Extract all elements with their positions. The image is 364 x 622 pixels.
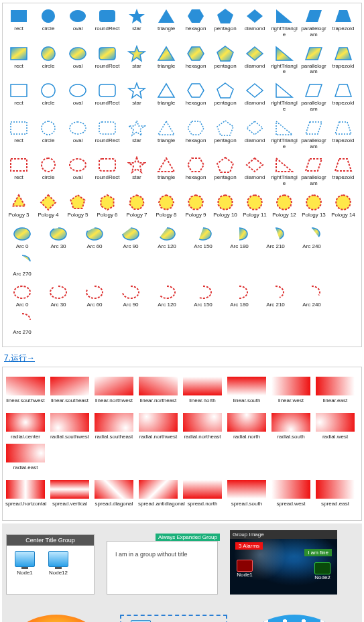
shape-cell[interactable]: Pology 10	[212, 194, 239, 219]
gradient-swatch[interactable]: radial.northeast	[182, 413, 223, 440]
shape-cell[interactable]: rightTriangle	[271, 119, 298, 150]
shape-cell[interactable]: Arc 180	[223, 284, 256, 308]
shape-cell[interactable]: hexagon	[182, 119, 209, 150]
shape-cell[interactable]: Arc 180	[223, 225, 256, 250]
shape-cell[interactable]: circle	[35, 156, 62, 187]
gradient-swatch[interactable]: radial.northwest	[138, 413, 178, 440]
shape-cell[interactable]: Arc 120	[150, 225, 184, 250]
shape-cell[interactable]: triangle	[153, 156, 180, 187]
shape-cell[interactable]: star	[123, 82, 150, 113]
gradient-swatch[interactable]: linear.south	[227, 377, 267, 403]
shape-cell[interactable]: pentagon	[212, 156, 239, 187]
shape-cell[interactable]: hexagon	[182, 45, 209, 76]
gradient-swatch[interactable]: spread.west	[271, 480, 311, 507]
shape-cell[interactable]: Pology 9	[182, 194, 209, 219]
center-title-group[interactable]: Center Title Group Node1 Node12	[6, 534, 95, 595]
image-group[interactable]: Group Image 3 Alarms I am fine Node1 Nod…	[230, 530, 337, 595]
shape-cell[interactable]: star	[123, 119, 150, 150]
gradient-swatch[interactable]: linear.southwest	[5, 377, 46, 403]
gradient-swatch[interactable]: spread.south	[227, 480, 267, 507]
shape-cell[interactable]: Pology 6	[94, 194, 121, 219]
shape-cell[interactable]: rect	[5, 119, 32, 150]
shape-cell[interactable]: rightTriangle	[271, 156, 298, 187]
shape-cell[interactable]: roundRect	[94, 156, 121, 187]
gradient-swatch[interactable]: radial.north	[227, 413, 267, 440]
shape-cell[interactable]: rightTriangle	[271, 45, 298, 76]
shape-cell[interactable]: diamond	[241, 156, 268, 187]
shape-cell[interactable]: parallelogram	[300, 156, 327, 187]
shape-cell[interactable]: rect	[5, 156, 32, 187]
shape-cell[interactable]: trapezoid	[330, 156, 357, 187]
shape-cell[interactable]: oval	[64, 156, 91, 187]
shape-cell[interactable]: Arc 30	[42, 284, 75, 308]
gradient-swatch[interactable]: radial.south	[271, 413, 311, 440]
dash-group[interactable]: Node1 Node12 Dash Group	[120, 615, 227, 622]
shape-cell[interactable]: Arc 60	[78, 284, 111, 308]
shape-cell[interactable]: rect	[5, 45, 32, 76]
gradient-swatch[interactable]: radial.west	[315, 413, 355, 440]
group-node[interactable]: Node1	[237, 560, 253, 578]
shape-cell[interactable]: hexagon	[182, 156, 209, 187]
shape-cell[interactable]: diamond	[241, 7, 268, 38]
shape-cell[interactable]: trapezoid	[330, 45, 357, 76]
run-link[interactable]: 7.运行→	[4, 353, 360, 364]
shape-cell[interactable]: parallelogram	[300, 82, 327, 113]
gradient-swatch[interactable]: spread.north	[182, 480, 223, 507]
shape-cell[interactable]: pentagon	[212, 119, 239, 150]
shape-cell[interactable]: Pology 4	[35, 194, 62, 219]
shape-cell[interactable]: oval	[64, 82, 91, 113]
gradient-swatch[interactable]: spread.antidiagonal	[138, 480, 178, 507]
shape-cell[interactable]: rect	[5, 7, 32, 38]
shape-cell[interactable]: Arc 150	[186, 284, 220, 308]
gradient-swatch[interactable]: linear.north	[182, 377, 223, 403]
shape-cell[interactable]: oval	[64, 45, 91, 76]
shape-cell[interactable]: Arc 210	[259, 225, 292, 250]
gradient-swatch[interactable]: radial.east	[5, 444, 46, 471]
shape-cell[interactable]: Pology 8	[153, 194, 180, 219]
shape-cell[interactable]: oval	[64, 7, 91, 38]
shape-cell[interactable]: diamond	[241, 82, 268, 113]
shape-cell[interactable]: Arc 60	[78, 225, 111, 250]
shape-cell[interactable]: star	[123, 156, 150, 187]
shape-cell[interactable]: circle	[35, 119, 62, 150]
shape-cell[interactable]: hexagon	[182, 82, 209, 113]
shape-cell[interactable]: roundRect	[94, 7, 121, 38]
shape-cell[interactable]: star	[123, 45, 150, 76]
shape-cell[interactable]: hexagon	[182, 7, 209, 38]
shape-cell[interactable]: Pology 3	[5, 194, 32, 219]
shape-cell[interactable]: trapezoid	[330, 119, 357, 150]
shape-cell[interactable]: Pology 13	[300, 194, 327, 219]
shape-cell[interactable]: Arc 90	[114, 225, 147, 250]
shape-cell[interactable]: parallelogram	[300, 45, 327, 76]
gradient-swatch[interactable]: linear.west	[271, 377, 311, 403]
gradient-swatch[interactable]: spread.diagonal	[94, 480, 134, 507]
pattern-group[interactable]: Node1 Node2 Group Image	[241, 615, 348, 622]
oval-group[interactable]: Node1 Node12 Oval Group	[6, 615, 107, 622]
shape-cell[interactable]: Pology 14	[330, 194, 357, 219]
shape-cell[interactable]: circle	[35, 7, 62, 38]
shape-cell[interactable]: Arc 30	[42, 225, 75, 250]
shape-cell[interactable]: triangle	[153, 82, 180, 113]
gradient-swatch[interactable]: linear.east	[315, 377, 355, 403]
shape-cell[interactable]: roundRect	[94, 82, 121, 113]
shape-cell[interactable]: triangle	[153, 45, 180, 76]
shape-cell[interactable]: Arc 0	[5, 284, 39, 308]
shape-cell[interactable]: pentagon	[212, 45, 239, 76]
shape-cell[interactable]: oval	[64, 119, 91, 150]
shape-cell[interactable]: rightTriangle	[271, 7, 298, 38]
group-node[interactable]: Node2	[314, 562, 330, 580]
gradient-swatch[interactable]: spread.east	[315, 480, 355, 507]
shape-cell[interactable]: roundRect	[94, 45, 121, 76]
shape-cell[interactable]: parallelogram	[300, 119, 327, 150]
shape-cell[interactable]: trapezoid	[330, 82, 357, 113]
shape-cell[interactable]: trapezoid	[330, 7, 357, 38]
shape-cell[interactable]: Pology 7	[123, 194, 150, 219]
shape-cell[interactable]: Arc 90	[114, 284, 147, 308]
gradient-swatch[interactable]: linear.northeast	[138, 377, 178, 403]
shape-cell[interactable]: Arc 240	[295, 225, 328, 250]
shape-cell[interactable]: Pology 5	[64, 194, 91, 219]
shape-cell[interactable]: circle	[35, 82, 62, 113]
shape-cell[interactable]: diamond	[241, 119, 268, 150]
shape-cell[interactable]: parallelogram	[300, 7, 327, 38]
gradient-swatch[interactable]: spread.vertical	[50, 480, 90, 507]
